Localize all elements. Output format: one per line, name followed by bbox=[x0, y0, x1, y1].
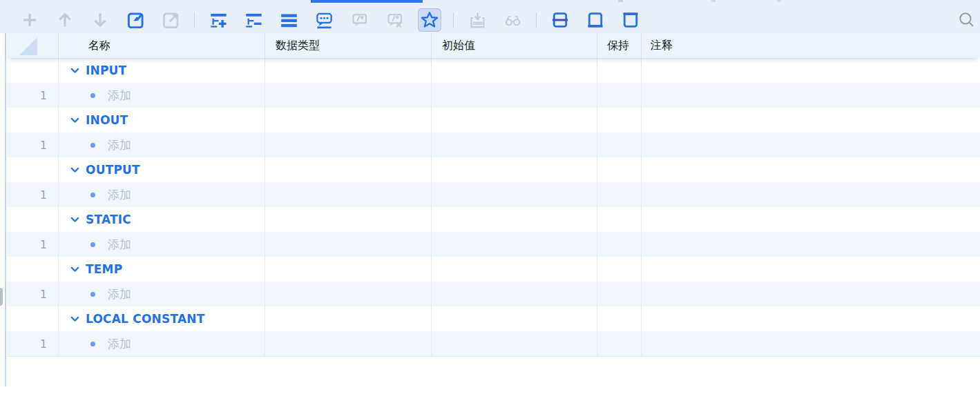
comment-button[interactable] bbox=[312, 8, 336, 32]
section-toggle[interactable]: INOUT bbox=[58, 108, 265, 133]
data-type-cell[interactable] bbox=[265, 182, 431, 207]
add-variable-label: 添加 bbox=[108, 137, 131, 153]
row-number-cell[interactable] bbox=[7, 207, 58, 232]
section-toggle[interactable]: STATIC bbox=[58, 207, 265, 232]
add-variable-button[interactable]: 添加 bbox=[58, 182, 265, 207]
delete-row-button[interactable] bbox=[242, 8, 265, 32]
comment-cell[interactable] bbox=[641, 108, 980, 133]
add-variable-button[interactable]: 添加 bbox=[58, 232, 265, 257]
initial-value-cell[interactable] bbox=[431, 306, 597, 331]
block-comment-button[interactable] bbox=[347, 8, 371, 32]
initial-value-cell[interactable] bbox=[431, 83, 597, 108]
comment-cell[interactable] bbox=[641, 282, 980, 306]
comment-cell[interactable] bbox=[641, 306, 980, 331]
import-button[interactable] bbox=[124, 8, 147, 32]
row-number-cell[interactable] bbox=[7, 306, 58, 331]
insert-row-button[interactable] bbox=[206, 8, 230, 32]
add-variable-button[interactable]: 添加 bbox=[58, 282, 265, 306]
add-variable-button[interactable]: 添加 bbox=[58, 331, 265, 356]
favorite-star-button[interactable] bbox=[418, 8, 441, 32]
split-top-button[interactable] bbox=[619, 8, 642, 32]
data-type-cell[interactable] bbox=[265, 232, 431, 257]
comment-cell[interactable] bbox=[641, 207, 980, 232]
clipped-title-fragment bbox=[618, 0, 623, 2]
import-icon bbox=[126, 11, 145, 30]
data-type-cell[interactable] bbox=[265, 58, 431, 83]
initial-value-cell[interactable] bbox=[431, 207, 597, 232]
data-type-cell[interactable] bbox=[265, 108, 431, 133]
retain-cell[interactable] bbox=[597, 157, 641, 182]
retain-cell[interactable] bbox=[597, 331, 641, 356]
row-number-cell[interactable] bbox=[7, 58, 58, 83]
rows-menu-button[interactable] bbox=[277, 8, 300, 32]
row-number-cell[interactable] bbox=[7, 157, 58, 182]
retain-cell[interactable] bbox=[597, 207, 641, 232]
retain-cell[interactable] bbox=[597, 58, 641, 83]
initial-value-cell[interactable] bbox=[431, 257, 597, 282]
row-number-cell[interactable]: 1 bbox=[7, 133, 58, 157]
plus-button[interactable] bbox=[18, 8, 41, 32]
save-to-library-button[interactable] bbox=[465, 8, 489, 32]
data-type-cell[interactable] bbox=[265, 157, 431, 182]
data-type-cell[interactable] bbox=[265, 207, 431, 232]
initial-value-cell[interactable] bbox=[431, 282, 597, 306]
comment-cell[interactable] bbox=[641, 133, 980, 157]
split-middle-button[interactable] bbox=[548, 8, 572, 32]
initial-value-cell[interactable] bbox=[431, 58, 597, 83]
data-type-cell[interactable] bbox=[265, 331, 431, 356]
section-toggle[interactable]: LOCAL CONSTANT bbox=[58, 306, 265, 331]
retain-cell[interactable] bbox=[597, 83, 641, 108]
row-number-cell[interactable]: 1 bbox=[7, 282, 58, 306]
row-number-cell[interactable] bbox=[7, 108, 58, 133]
row-number-cell[interactable]: 1 bbox=[7, 331, 58, 356]
retain-cell[interactable] bbox=[597, 257, 641, 282]
data-type-cell[interactable] bbox=[265, 83, 431, 108]
retain-cell[interactable] bbox=[597, 306, 641, 331]
comment-cell[interactable] bbox=[641, 182, 980, 207]
comment-cell[interactable] bbox=[641, 157, 980, 182]
initial-value-cell[interactable] bbox=[431, 108, 597, 133]
retain-cell[interactable] bbox=[597, 282, 641, 306]
comment-cell[interactable] bbox=[641, 257, 980, 282]
select-all-triangle[interactable] bbox=[19, 37, 37, 55]
select-all-cell[interactable] bbox=[7, 33, 58, 58]
initial-value-cell[interactable] bbox=[431, 182, 597, 207]
retain-cell[interactable] bbox=[597, 108, 641, 133]
data-type-cell[interactable] bbox=[265, 257, 431, 282]
retain-cell[interactable] bbox=[597, 182, 641, 207]
toolbar-separator bbox=[453, 12, 454, 28]
table-left-border bbox=[5, 33, 6, 386]
panel-collapse-grip[interactable] bbox=[0, 288, 3, 306]
split-bottom-button[interactable] bbox=[584, 8, 607, 32]
move-down-button[interactable] bbox=[88, 8, 112, 32]
row-number-cell[interactable] bbox=[7, 257, 58, 282]
add-variable-button[interactable]: 添加 bbox=[58, 83, 265, 108]
data-type-cell[interactable] bbox=[265, 306, 431, 331]
section-toggle[interactable]: INPUT bbox=[58, 58, 265, 83]
initial-value-cell[interactable] bbox=[431, 157, 597, 182]
find-button[interactable] bbox=[501, 8, 524, 32]
export-button[interactable] bbox=[159, 8, 182, 32]
retain-cell[interactable] bbox=[597, 133, 641, 157]
initial-value-cell[interactable] bbox=[431, 133, 597, 157]
data-type-cell[interactable] bbox=[265, 282, 431, 306]
row-number-cell[interactable]: 1 bbox=[7, 83, 58, 108]
search-button[interactable] bbox=[957, 10, 976, 29]
section-toggle[interactable]: TEMP bbox=[58, 257, 265, 282]
data-type-cell[interactable] bbox=[265, 133, 431, 157]
move-up-button[interactable] bbox=[53, 8, 77, 32]
row-number-cell[interactable]: 1 bbox=[7, 232, 58, 257]
row-number-cell[interactable]: 1 bbox=[7, 182, 58, 207]
clipped-title-fragment bbox=[711, 0, 715, 2]
initial-value-cell[interactable] bbox=[431, 331, 597, 356]
comment-cell[interactable] bbox=[641, 331, 980, 356]
retain-cell[interactable] bbox=[597, 232, 641, 257]
comment-cell[interactable] bbox=[641, 58, 980, 83]
comment-cell[interactable] bbox=[641, 83, 980, 108]
remove-comment-button[interactable] bbox=[383, 8, 406, 32]
section-label: STATIC bbox=[86, 213, 131, 226]
section-toggle[interactable]: OUTPUT bbox=[58, 157, 265, 182]
add-variable-button[interactable]: 添加 bbox=[58, 133, 265, 157]
initial-value-cell[interactable] bbox=[431, 232, 597, 257]
comment-cell[interactable] bbox=[641, 232, 980, 257]
